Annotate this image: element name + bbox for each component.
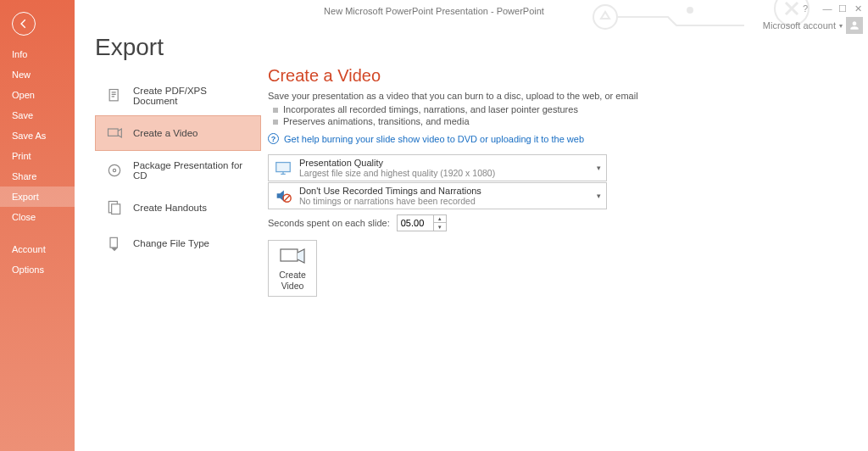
sidebar-label: Account (12, 244, 46, 254)
export-item-cd[interactable]: Package Presentation for CD (95, 151, 261, 190)
chevron-down-icon: ▾ (597, 192, 601, 200)
sidebar-label: Save (12, 110, 33, 120)
sidebar-label: Open (12, 90, 35, 100)
export-item-label: Create Handouts (133, 203, 207, 213)
minimize-button[interactable]: — (822, 3, 832, 14)
bullet-text: Incorporates all recorded timings, narra… (283, 104, 578, 114)
help-icon: ? (268, 133, 279, 144)
panel-heading: Create a Video (268, 66, 851, 86)
sidebar-item-new[interactable]: New (0, 64, 75, 85)
export-item-label: Change File Type (133, 238, 209, 248)
export-item-pdf[interactable]: Create PDF/XPS Document (95, 76, 261, 115)
create-video-label-2: Video (281, 281, 304, 292)
bullet-2: Preserves animations, transitions, and m… (273, 116, 851, 126)
sidebar-item-save-as[interactable]: Save As (0, 125, 75, 146)
bullet-icon (273, 120, 278, 125)
help-link[interactable]: Get help burning your slide show video t… (284, 134, 584, 144)
sidebar-label: Info (12, 49, 27, 59)
spinner-down-button[interactable]: ▼ (434, 223, 446, 231)
close-window-button[interactable]: ✕ (853, 3, 863, 14)
export-item-handouts[interactable]: Create Handouts (95, 190, 261, 226)
sidebar-label: Close (12, 212, 36, 222)
sidebar-label: Export (12, 192, 39, 202)
panel-description: Save your presentation as a video that y… (268, 91, 851, 101)
export-title: Export (95, 34, 261, 61)
chevron-down-icon: ▾ (597, 164, 601, 172)
seconds-label: Seconds spent on each slide: (268, 218, 390, 228)
quality-title: Presentation Quality (299, 158, 495, 168)
sidebar-item-save[interactable]: Save (0, 105, 75, 125)
svg-rect-9 (110, 237, 117, 248)
sidebar-item-close[interactable]: Close (0, 207, 75, 227)
quality-subtitle: Largest file size and highest quality (1… (299, 168, 495, 178)
bullet-1: Incorporates all recorded timings, narra… (273, 104, 851, 114)
svg-rect-10 (276, 163, 291, 172)
sidebar-item-print[interactable]: Print (0, 146, 75, 166)
sidebar-label: Options (12, 264, 44, 275)
sidebar-item-open[interactable]: Open (0, 85, 75, 105)
cd-icon (106, 162, 123, 179)
sidebar-item-options[interactable]: Options (0, 259, 75, 280)
sidebar-item-account[interactable]: Account (0, 239, 75, 259)
seconds-input[interactable] (398, 215, 433, 231)
timings-dropdown[interactable]: Don't Use Recorded Timings and Narration… (268, 182, 607, 209)
pdf-icon (106, 87, 123, 104)
restore-button[interactable]: ☐ (837, 3, 848, 14)
spinner-up-button[interactable]: ▲ (434, 215, 446, 223)
svg-point-6 (113, 169, 115, 171)
export-item-label: Create a Video (133, 128, 198, 138)
quality-dropdown[interactable]: Presentation Quality Largest file size a… (268, 154, 607, 181)
seconds-spinner[interactable]: ▲ ▼ (397, 214, 447, 231)
svg-rect-8 (112, 204, 120, 214)
sidebar-item-export[interactable]: Export (0, 187, 75, 207)
sidebar-label: New (12, 70, 31, 80)
export-item-filetype[interactable]: Change File Type (95, 226, 261, 261)
no-audio-icon (274, 187, 292, 205)
create-video-label-1: Create (279, 270, 306, 281)
svg-point-5 (108, 164, 120, 175)
change-filetype-icon (106, 235, 123, 252)
sidebar-label: Print (12, 151, 31, 161)
export-submenu: Export Create PDF/XPS Document Create a … (75, 0, 261, 451)
sidebar-label: Share (12, 171, 36, 181)
bullet-icon (273, 108, 278, 113)
video-icon (106, 125, 123, 142)
backstage-sidebar: Info New Open Save Save As Print Share E… (0, 0, 75, 451)
create-video-icon (279, 246, 306, 266)
create-video-button[interactable]: Create Video (268, 240, 317, 297)
export-item-label: Package Presentation for CD (133, 160, 250, 181)
export-item-label: Create PDF/XPS Document (133, 86, 250, 106)
svg-rect-12 (281, 249, 298, 261)
help-button[interactable]: ? (800, 3, 810, 14)
svg-rect-4 (108, 129, 119, 136)
monitor-icon (274, 159, 292, 177)
help-link-row: ? Get help burning your slide show video… (268, 133, 851, 144)
create-video-panel: Create a Video Save your presentation as… (261, 0, 868, 451)
export-item-video[interactable]: Create a Video (95, 115, 261, 151)
back-button[interactable] (12, 12, 36, 36)
sidebar-item-share[interactable]: Share (0, 166, 75, 187)
bullet-text: Preserves animations, transitions, and m… (283, 116, 470, 126)
svg-rect-3 (109, 90, 118, 101)
handouts-icon (106, 199, 123, 216)
sidebar-item-info[interactable]: Info (0, 44, 75, 64)
sidebar-label: Save As (12, 131, 46, 141)
timings-subtitle: No timings or narrations have been recor… (299, 196, 481, 206)
timings-title: Don't Use Recorded Timings and Narration… (299, 186, 481, 196)
